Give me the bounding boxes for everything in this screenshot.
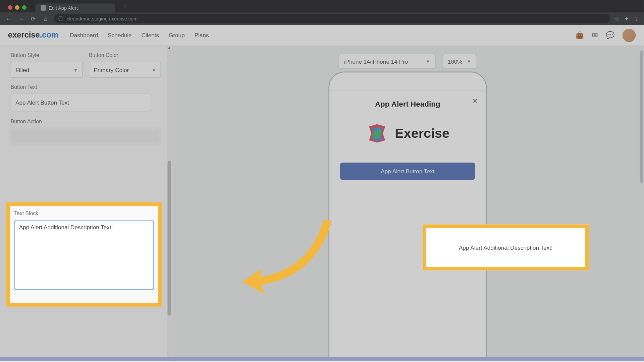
browser-chrome: Edit App Alert + ← → ⟳ ⌂ ⓘ cleandemo.sta… <box>0 0 644 25</box>
logo-primary: exercise <box>8 31 40 39</box>
text-block-label: Text Block <box>14 210 154 216</box>
address-bar[interactable]: ⓘ cleandemo.staging.exercise.com <box>54 14 610 23</box>
button-style-select[interactable]: Filled ▼ <box>11 62 83 78</box>
browser-tab[interactable]: Edit App Alert <box>35 4 115 12</box>
avatar[interactable] <box>623 28 636 42</box>
chevron-down-icon: ▼ <box>426 59 430 64</box>
preview-pane: iPhone 14/iPhone 14 Pro ▼ 100% ▼ ✕ App A… <box>171 46 644 361</box>
button-style-label: Button Style <box>11 52 83 58</box>
bookmark-icon[interactable]: ☆ <box>614 15 620 22</box>
button-color-label: Button Color <box>89 52 161 58</box>
phone-preview: ✕ App Alert Heading Exercise App Alert B… <box>328 72 487 362</box>
zoom-select[interactable]: 100% ▼ <box>442 54 477 69</box>
reload-icon[interactable]: ⟳ <box>29 15 37 22</box>
sidebar-scrollbar[interactable]: ▲ ▼ <box>167 46 171 361</box>
tab-title: Edit App Alert <box>49 5 78 11</box>
minimize-window-icon[interactable] <box>15 5 19 10</box>
phone-status-bar <box>329 72 486 91</box>
alert-button[interactable]: App Alert Button Text <box>340 163 475 180</box>
tab-favicon-icon <box>41 5 46 11</box>
button-action-blurred <box>11 128 161 145</box>
nav-clients[interactable]: Clients <box>142 32 159 39</box>
shop-icon[interactable]: 👜 <box>575 31 584 39</box>
maximize-window-icon[interactable] <box>22 5 26 10</box>
window-controls <box>4 5 30 12</box>
button-text-input[interactable] <box>11 94 151 111</box>
device-select[interactable]: iPhone 14/iPhone 14 Pro ▼ <box>338 54 436 69</box>
text-block-textarea[interactable] <box>14 220 154 290</box>
app-header: exercise.com Dashboard Schedule Clients … <box>0 25 644 46</box>
forward-icon[interactable]: → <box>17 15 25 22</box>
close-window-icon[interactable] <box>8 5 12 10</box>
preview-description-highlight: App Alert Additional Description Text! <box>423 225 589 270</box>
brand-text: Exercise <box>395 126 449 141</box>
chevron-down-icon: ▼ <box>467 59 471 64</box>
nav-dashboard[interactable]: Dashboard <box>70 32 98 39</box>
logo-secondary: .com <box>40 31 58 39</box>
nav-plans[interactable]: Plans <box>195 32 209 39</box>
menu-icon[interactable]: ⋮ <box>634 15 639 22</box>
text-block-highlight: Text Block <box>6 202 162 307</box>
chevron-down-icon: ▼ <box>152 67 156 72</box>
home-icon[interactable]: ⌂ <box>42 15 50 22</box>
bottom-edge <box>0 357 644 361</box>
button-color-select[interactable]: Primary Color ▼ <box>89 62 161 78</box>
scrollbar-thumb[interactable] <box>640 50 643 183</box>
preview-scrollbar[interactable] <box>639 46 644 361</box>
main-nav: Dashboard Schedule Clients Group Plans <box>70 32 209 39</box>
nav-group[interactable]: Group <box>169 32 185 39</box>
logo[interactable]: exercise.com <box>8 31 58 40</box>
scrollbar-thumb[interactable] <box>168 161 171 315</box>
mail-icon[interactable]: ✉ <box>592 31 598 39</box>
scroll-up-icon[interactable]: ▲ <box>168 46 171 50</box>
chat-icon[interactable]: 💬 <box>606 31 614 39</box>
description-text: App Alert Additional Description Text! <box>459 244 553 251</box>
button-text-label: Button Text <box>11 84 161 90</box>
exercise-logo-icon <box>366 122 389 145</box>
back-icon[interactable]: ← <box>4 15 12 22</box>
site-info-icon[interactable]: ⓘ <box>58 15 63 22</box>
url-text: cleandemo.staging.exercise.com <box>67 16 138 21</box>
new-tab-button[interactable]: + <box>118 2 131 10</box>
chevron-down-icon: ▼ <box>73 67 78 72</box>
alert-heading: App Alert Heading <box>335 100 480 109</box>
close-icon[interactable]: ✕ <box>472 97 478 105</box>
button-action-label: Button Action <box>11 118 161 124</box>
extensions-icon[interactable]: ✦ <box>624 15 629 22</box>
nav-schedule[interactable]: Schedule <box>108 32 131 39</box>
